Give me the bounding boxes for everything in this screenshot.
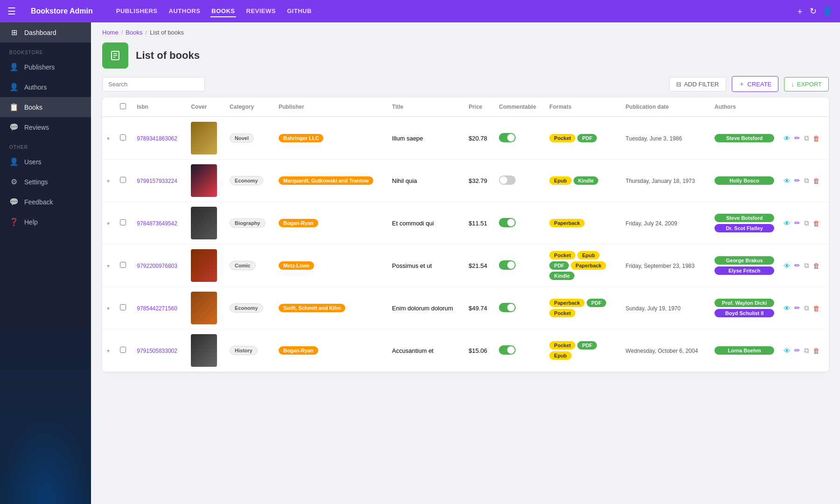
delete-action[interactable]: 🗑	[813, 304, 820, 312]
refresh-button[interactable]: ↻	[810, 6, 817, 16]
action-icons: 👁 ✏ ⧉ 🗑	[784, 304, 824, 312]
user-button[interactable]: 👤	[822, 6, 833, 16]
isbn-value[interactable]: 9791505833002	[137, 348, 177, 354]
nav-reviews[interactable]: REVIEWS	[245, 6, 277, 17]
delete-action[interactable]: 🗑	[813, 262, 820, 270]
sidebar-item-help[interactable]: ❓ Help	[0, 212, 91, 232]
export-label: EXPORT	[797, 81, 822, 88]
breadcrumb-books[interactable]: Books	[126, 29, 142, 36]
row-checkbox[interactable]	[120, 304, 126, 310]
row-expand-icon[interactable]: ▾	[107, 220, 110, 227]
table-row: ▾9792200976803ComicMetz-LowePossimus et …	[102, 245, 829, 287]
edit-action[interactable]: ✏	[794, 176, 800, 185]
toolbar: ⊟ ADD FILTER ＋ CREATE ↓ EXPORT	[102, 76, 829, 92]
publisher-badge: Bahringer LLC	[279, 134, 323, 142]
sidebar-item-settings[interactable]: ⚙ Settings	[0, 172, 91, 192]
row-expand-icon[interactable]: ▾	[107, 135, 110, 142]
settings-icon: ⚙	[9, 177, 19, 186]
commentable-toggle[interactable]	[499, 345, 516, 355]
delete-action[interactable]: 🗑	[813, 177, 820, 185]
row-checkbox[interactable]	[120, 262, 126, 268]
commentable-toggle[interactable]	[499, 133, 516, 142]
create-button[interactable]: ＋ CREATE	[732, 76, 779, 92]
books-table: Isbn Cover Category Publisher Title Pric…	[102, 98, 829, 372]
book-cover	[191, 292, 217, 324]
isbn-value[interactable]: 9784873649542	[137, 220, 177, 227]
sidebar-item-publishers[interactable]: 👤 Publishers	[0, 57, 91, 77]
breadcrumb-home[interactable]: Home	[102, 29, 119, 36]
books-icon: 📋	[9, 103, 19, 112]
view-action[interactable]: 👁	[784, 177, 791, 185]
table-row: ▾9785442271560EconomySwift, Schmitt and …	[102, 287, 829, 329]
publisher-badge: Metz-Lowe	[279, 261, 314, 270]
edit-action[interactable]: ✏	[794, 219, 800, 227]
book-title: Illum saepe	[392, 135, 423, 142]
commentable-toggle[interactable]	[499, 260, 516, 270]
commentable-toggle[interactable]	[499, 218, 516, 227]
row-expand-icon[interactable]: ▾	[107, 263, 110, 269]
view-action[interactable]: 👁	[784, 134, 791, 142]
select-all-checkbox[interactable]	[120, 103, 126, 109]
row-expand-icon[interactable]: ▾	[107, 178, 110, 184]
view-action[interactable]: 👁	[784, 219, 791, 227]
nav-authors[interactable]: AUTHORS	[168, 6, 202, 17]
copy-action[interactable]: ⧉	[804, 304, 809, 312]
view-action[interactable]: 👁	[784, 304, 791, 312]
search-input[interactable]	[102, 77, 205, 91]
delete-action[interactable]: 🗑	[813, 134, 820, 142]
row-expand-icon[interactable]: ▾	[107, 305, 110, 312]
sidebar-item-users[interactable]: 👤 Users	[0, 152, 91, 172]
commentable-toggle[interactable]	[499, 175, 516, 185]
isbn-value[interactable]: 9785442271560	[137, 305, 177, 312]
sidebar-item-authors[interactable]: 👤 Authors	[0, 77, 91, 97]
edit-action[interactable]: ✏	[794, 261, 800, 270]
sidebar-item-reviews[interactable]: 💬 Reviews	[0, 117, 91, 137]
author-badge: George Brakus	[714, 256, 774, 265]
row-expand-icon[interactable]: ▾	[107, 348, 110, 354]
isbn-value[interactable]: 9789341863062	[137, 135, 177, 142]
page-icon	[102, 42, 128, 69]
nav-books[interactable]: BOOKS	[210, 6, 236, 17]
authors-cell: Prof. Waylon DickiBoyd Schulist II	[714, 299, 774, 317]
copy-action[interactable]: ⧉	[804, 346, 809, 355]
edit-action[interactable]: ✏	[794, 346, 800, 355]
sidebar-item-dashboard[interactable]: ⊞ Dashboard	[0, 22, 91, 42]
sidebar-item-books[interactable]: 📋 Books	[0, 97, 91, 117]
book-cover	[191, 334, 217, 367]
view-action[interactable]: 👁	[784, 347, 791, 355]
authors-cell: Lorna Boehm	[714, 346, 774, 355]
add-filter-button[interactable]: ⊟ ADD FILTER	[669, 77, 726, 91]
nav-github[interactable]: GITHUB	[286, 6, 313, 17]
isbn-value[interactable]: 9799157933224	[137, 178, 177, 184]
row-checkbox[interactable]	[120, 177, 126, 183]
add-button[interactable]: ＋	[796, 6, 804, 17]
nav-publishers[interactable]: PUBLISHERS	[115, 6, 159, 17]
format-badge: Epub	[549, 176, 572, 185]
edit-action[interactable]: ✏	[794, 304, 800, 312]
copy-action[interactable]: ⧉	[804, 219, 809, 227]
topnav-icons: ＋ ↻ 👤	[796, 6, 833, 17]
row-checkbox[interactable]	[120, 219, 126, 225]
export-button[interactable]: ↓ EXPORT	[784, 77, 829, 91]
copy-action[interactable]: ⧉	[804, 261, 809, 270]
menu-icon[interactable]: ☰	[7, 6, 16, 17]
delete-action[interactable]: 🗑	[813, 219, 820, 227]
view-action[interactable]: 👁	[784, 262, 791, 270]
sidebar-item-feedback[interactable]: 💬 Feedback	[0, 192, 91, 212]
copy-action[interactable]: ⧉	[804, 134, 809, 142]
row-checkbox[interactable]	[120, 347, 126, 353]
th-price: Price	[464, 98, 494, 117]
formats-cell: EpubKindle	[549, 176, 610, 185]
isbn-value[interactable]: 9792200976803	[137, 263, 177, 269]
format-badge: PDF	[587, 299, 606, 307]
copy-action[interactable]: ⧉	[804, 176, 809, 185]
th-pubdate: Publication date	[621, 98, 710, 117]
delete-action[interactable]: 🗑	[813, 347, 820, 355]
publishers-icon: 👤	[9, 63, 19, 71]
commentable-toggle[interactable]	[499, 303, 516, 312]
edit-action[interactable]: ✏	[794, 134, 800, 142]
th-title: Title	[387, 98, 464, 117]
breadcrumb-current: List of books	[150, 29, 184, 36]
action-icons: 👁 ✏ ⧉ 🗑	[784, 261, 824, 270]
row-checkbox[interactable]	[120, 134, 126, 140]
